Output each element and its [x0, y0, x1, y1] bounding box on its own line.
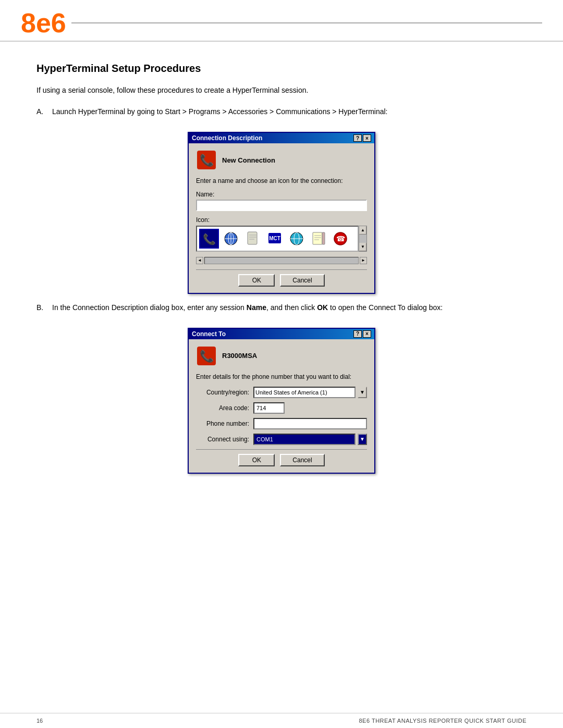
country-dropdown-arrow[interactable]: ▼ — [358, 387, 367, 398]
connection-description-title: Connection Description — [192, 134, 262, 142]
dialog-desc: Enter a name and choose an icon for the … — [196, 177, 367, 186]
connect-ok-button[interactable]: OK — [238, 454, 275, 466]
icon-mct[interactable]: MCT — [265, 229, 285, 249]
titlebar-buttons: ? × — [353, 134, 371, 142]
country-label: Country/region: — [196, 389, 253, 396]
connection-description-body: 📞 New Connection Enter a name and choose… — [189, 143, 374, 293]
connect-using-row: Connect using: ▼ — [196, 434, 367, 445]
icon-phone-selected[interactable]: 📞 — [199, 229, 219, 249]
phone-label: Phone number: — [196, 420, 253, 427]
svg-text:📞: 📞 — [203, 233, 216, 245]
scroll-track — [204, 257, 359, 264]
page-footer: 16 8e6 Threat Analysis Reporter Quick St… — [0, 713, 563, 728]
connect-using-input[interactable] — [253, 434, 356, 445]
country-input-col: ▼ — [253, 387, 367, 398]
scroll-right[interactable]: ► — [360, 257, 367, 264]
connect-using-col: ▼ — [253, 434, 367, 445]
dialog-icon-row: 📞 New Connection — [196, 150, 367, 170]
name-label: Name: — [196, 191, 367, 198]
connection-icon: 📞 — [196, 150, 217, 170]
connect-to-titlebar: Connect To ? × — [189, 329, 374, 339]
area-input[interactable] — [253, 402, 285, 414]
connect-to-title: Connect To — [192, 330, 226, 338]
icon-paper[interactable] — [243, 229, 263, 249]
help-button[interactable]: ? — [353, 134, 362, 142]
intro-text: If using a serial console, follow these … — [36, 85, 527, 96]
area-input-col — [253, 402, 367, 414]
phone-row: Phone number: — [196, 418, 367, 429]
area-row: Area code: — [196, 402, 367, 414]
dialog-buttons: OK Cancel — [196, 274, 367, 287]
connect-session-name: R3000MSA — [222, 352, 257, 360]
svg-text:☎: ☎ — [336, 235, 345, 243]
connect-desc: Enter details for the phone number that … — [196, 373, 367, 381]
svg-rect-7 — [248, 232, 257, 244]
step-b: B. In the Connection Description dialog … — [36, 302, 527, 313]
step-a-text: Launch HyperTerminal by going to Start >… — [52, 106, 527, 117]
scroll-down[interactable]: ▼ — [359, 243, 366, 251]
icon-globe[interactable] — [221, 229, 241, 249]
connect-to-dialog: Connect To ? × 📞 R3000MSA — [188, 328, 375, 474]
country-row: Country/region: ▼ — [196, 387, 367, 398]
scroll-up[interactable]: ▲ — [359, 226, 366, 235]
ok-button[interactable]: OK — [238, 274, 275, 287]
connection-description-dialog-container: Connection Description ? × 📞 — [36, 132, 527, 294]
connect-icon: 📞 — [196, 346, 217, 366]
cancel-button[interactable]: Cancel — [280, 274, 324, 287]
svg-rect-20 — [322, 232, 325, 244]
close-button[interactable]: × — [363, 134, 371, 142]
icon-red[interactable]: ☎ — [331, 229, 350, 249]
horizontal-scrollbar: ◄ ► — [196, 257, 367, 264]
svg-rect-16 — [313, 232, 322, 244]
connect-using-arrow[interactable]: ▼ — [358, 434, 367, 445]
connect-to-titlebar-buttons: ? × — [353, 330, 371, 338]
connect-using-label: Connect using: — [196, 436, 253, 443]
dialog-icon-title: New Connection — [222, 156, 275, 164]
connect-to-dialog-container: Connect To ? × 📞 R3000MSA — [36, 328, 527, 474]
icon-globe2[interactable] — [287, 229, 307, 249]
section-title: HyperTerminal Setup Procedures — [36, 63, 527, 75]
area-label: Area code: — [196, 404, 253, 412]
connect-to-body: 📞 R3000MSA Enter details for the phone n… — [189, 339, 374, 473]
step-b-label: B. — [36, 302, 52, 313]
svg-text:📞: 📞 — [200, 349, 214, 363]
svg-text:MCT: MCT — [269, 236, 280, 241]
connection-description-dialog: Connection Description ? × 📞 — [188, 132, 375, 294]
icon-notepad[interactable] — [309, 229, 328, 249]
step-a: A. Launch HyperTerminal by going to Star… — [36, 106, 527, 117]
page-number: 16 — [36, 718, 43, 724]
phone-input[interactable] — [253, 418, 367, 429]
page-header: 8e6 — [0, 0, 563, 42]
connect-help-button[interactable]: ? — [353, 330, 362, 338]
step-a-label: A. — [36, 106, 52, 117]
name-input[interactable] — [196, 200, 367, 211]
phone-input-col — [253, 418, 367, 429]
svg-text:📞: 📞 — [200, 153, 214, 167]
connect-dialog-buttons: OK Cancel — [196, 454, 367, 466]
connect-cancel-button[interactable]: Cancel — [280, 454, 324, 466]
connection-description-titlebar: Connection Description ? × — [189, 133, 374, 143]
logo: 8e6 — [21, 9, 66, 41]
step-b-text: In the Connection Description dialog box… — [52, 302, 527, 313]
connect-close-button[interactable]: × — [363, 330, 371, 338]
header-line — [71, 22, 542, 23]
guide-title: 8e6 Threat Analysis Reporter Quick Start… — [359, 718, 527, 724]
connect-icon-row: 📞 R3000MSA — [196, 346, 367, 366]
icon-label-text: Icon: — [196, 216, 367, 224]
page-content: HyperTerminal Setup Procedures If using … — [0, 47, 563, 498]
country-input[interactable] — [253, 387, 356, 398]
scroll-left[interactable]: ◄ — [196, 257, 203, 264]
